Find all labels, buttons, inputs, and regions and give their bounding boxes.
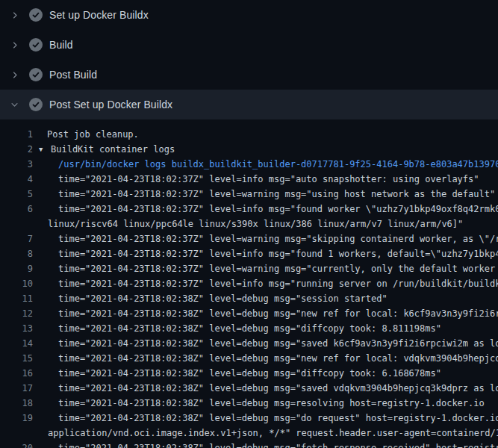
log-line: 4 time="2021-04-23T18:02:37Z" level=info… [0,172,498,187]
log-line-text: time="2021-04-23T18:02:37Z" level=warnin… [33,231,498,246]
log-line: 15 time="2021-04-23T18:02:38Z" level=deb… [0,351,498,366]
log-line-text: time="2021-04-23T18:02:38Z" level=debug … [33,321,441,336]
log-line-number[interactable]: 4 [0,172,33,187]
triangle-down-icon[interactable]: ▼ [39,142,51,157]
log-line-number[interactable]: 8 [0,246,33,261]
log-line-text: time="2021-04-23T18:02:38Z" level=debug … [33,291,387,306]
log-line: 16 time="2021-04-23T18:02:38Z" level=deb… [0,366,498,381]
log-line-text: time="2021-04-23T18:02:37Z" level=info m… [33,202,498,217]
log-line-number[interactable]: 5 [0,187,33,202]
log-group-label[interactable]: ▼BuildKit container logs [33,142,175,157]
log-line-text: time="2021-04-23T18:02:38Z" level=debug … [33,381,498,396]
log-line: 5 time="2021-04-23T18:02:37Z" level=warn… [0,187,498,202]
log-line-number[interactable]: 7 [0,231,33,246]
step-row-set-up-docker-buildx[interactable]: Set up Docker Buildx [0,0,498,30]
check-circle-icon [29,98,43,111]
log-line-number [0,426,33,441]
log-line-number[interactable]: 13 [0,321,33,336]
log-line-number[interactable]: 12 [0,306,33,321]
log-line-number[interactable]: 16 [0,366,33,381]
log-line-number[interactable]: 9 [0,261,33,276]
log-line-text: linux/riscv64 linux/ppc64le linux/s390x … [33,217,463,231]
log-group-title: BuildKit container logs [51,144,175,155]
log-line-text: application/vnd.oci.image.index.v1+json,… [33,426,498,441]
step-title: Post Build [49,69,97,81]
check-circle-icon [29,38,43,52]
log-line-number[interactable]: 3 [0,157,33,172]
log-line: 20 time="2021-04-23T18:02:38Z" level=deb… [0,441,498,448]
log-line-text: time="2021-04-23T18:02:38Z" level=debug … [33,411,498,426]
chevron-down-icon[interactable] [9,99,19,110]
log-output: 1 Post job cleanup. 2 ▼BuildKit containe… [0,119,498,448]
log-line-text: time="2021-04-23T18:02:37Z" level=warnin… [33,187,495,202]
log-line-text: time="2021-04-23T18:02:37Z" level=info m… [33,246,498,261]
log-line-wrap: linux/riscv64 linux/ppc64le linux/s390x … [0,217,498,231]
log-line: 10 time="2021-04-23T18:02:37Z" level=inf… [0,276,498,291]
log-group-header[interactable]: 2 ▼BuildKit container logs [0,142,498,157]
log-line: 14 time="2021-04-23T18:02:38Z" level=deb… [0,336,498,351]
check-circle-icon [29,8,43,22]
steps-list: Set up Docker Buildx Build Post Build [0,0,498,119]
log-line: 7 time="2021-04-23T18:02:37Z" level=warn… [0,231,498,246]
log-line-wrap: application/vnd.oci.image.index.v1+json,… [0,426,498,441]
log-command-text: /usr/bin/docker logs buildx_buildkit_bui… [33,157,498,172]
step-row-post-build[interactable]: Post Build [0,60,498,90]
log-line: 3 /usr/bin/docker logs buildx_buildkit_b… [0,157,498,172]
chevron-right-icon[interactable] [9,69,19,80]
log-line-number[interactable]: 1 [0,127,33,142]
chevron-right-icon[interactable] [9,10,19,20]
log-line-number [0,217,33,231]
log-line-number[interactable]: 19 [0,411,33,426]
log-line-text: time="2021-04-23T18:02:38Z" level=debug … [33,306,498,321]
chevron-right-icon[interactable] [9,40,19,50]
log-line-text: time="2021-04-23T18:02:38Z" level=debug … [33,336,498,351]
step-row-build[interactable]: Build [0,30,498,60]
log-line-number[interactable]: 14 [0,336,33,351]
log-line: 6 time="2021-04-23T18:02:37Z" level=info… [0,202,498,217]
log-line-text: time="2021-04-23T18:02:38Z" level=debug … [33,351,498,366]
log-line-number[interactable]: 20 [0,441,33,448]
log-line-text: time="2021-04-23T18:02:38Z" level=debug … [33,366,441,381]
log-line-text: time="2021-04-23T18:02:38Z" level=debug … [33,396,485,411]
log-line-number[interactable]: 11 [0,291,33,306]
log-line: 8 time="2021-04-23T18:02:37Z" level=info… [0,246,498,261]
step-title: Set up Docker Buildx [49,9,149,21]
log-line: 9 time="2021-04-23T18:02:37Z" level=warn… [0,261,498,276]
log-line-number[interactable]: 2 [0,142,33,157]
log-line: 1 Post job cleanup. [0,127,498,142]
log-line-text: time="2021-04-23T18:02:38Z" level=debug … [33,441,498,448]
log-line-number[interactable]: 15 [0,351,33,366]
log-line: 12 time="2021-04-23T18:02:38Z" level=deb… [0,306,498,321]
log-line-number[interactable]: 17 [0,381,33,396]
log-line: 17 time="2021-04-23T18:02:38Z" level=deb… [0,381,498,396]
log-line-text: time="2021-04-23T18:02:37Z" level=info m… [33,172,479,187]
workflow-log-viewer: Set up Docker Buildx Build Post Build [0,0,498,448]
log-line: 18 time="2021-04-23T18:02:38Z" level=deb… [0,396,498,411]
log-line: 19 time="2021-04-23T18:02:38Z" level=deb… [0,411,498,426]
log-line: 11 time="2021-04-23T18:02:38Z" level=deb… [0,291,498,306]
check-circle-icon [29,68,43,81]
log-line-text: time="2021-04-23T18:02:37Z" level=warnin… [33,261,498,276]
log-line-number[interactable]: 6 [0,202,33,217]
step-title: Post Set up Docker Buildx [49,99,172,111]
log-line-number[interactable]: 10 [0,276,33,291]
step-title: Build [49,39,73,51]
log-line-text: time="2021-04-23T18:02:37Z" level=info m… [33,276,498,291]
log-line-number[interactable]: 18 [0,396,33,411]
log-line-text: Post job cleanup. [33,127,139,142]
log-line: 13 time="2021-04-23T18:02:38Z" level=deb… [0,321,498,336]
step-row-post-set-up-docker-buildx[interactable]: Post Set up Docker Buildx [0,90,498,119]
